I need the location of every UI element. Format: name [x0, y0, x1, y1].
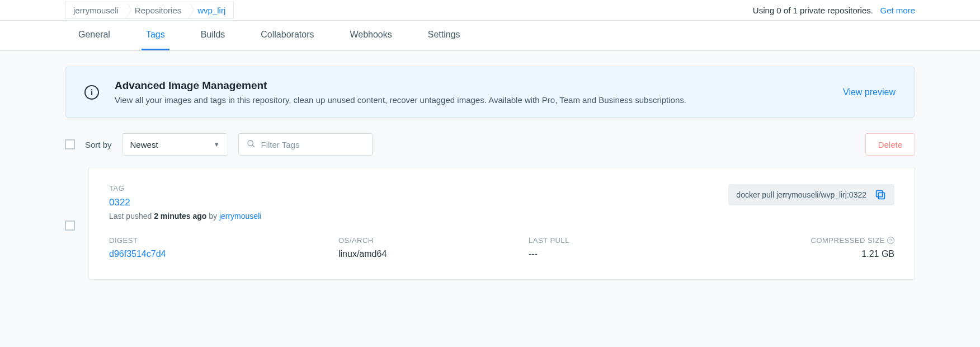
get-more-link[interactable]: Get more	[880, 6, 915, 15]
filter-input[interactable]	[261, 140, 368, 149]
lastpull-header: LAST PULL	[529, 236, 794, 245]
chevron-down-icon: ▼	[214, 141, 220, 148]
pushed-by-label: by	[206, 212, 219, 221]
aim-banner: i Advanced Image Management View all you…	[65, 67, 915, 118]
breadcrumb-user[interactable]: jerrymouseli	[65, 2, 127, 19]
filter-search[interactable]	[238, 133, 373, 156]
tag-label: TAG	[109, 184, 261, 193]
breadcrumb-repositories[interactable]: Repositories	[127, 2, 190, 19]
osarch-value: linux/amd64	[338, 249, 529, 259]
tab-builds[interactable]: Builds	[196, 21, 230, 50]
sort-value: Newest	[130, 140, 158, 149]
banner-desc: View all your images and tags in this re…	[115, 95, 686, 105]
last-pushed-text: Last pushed 2 minutes ago by jerrymousel…	[109, 212, 261, 221]
svg-line-1	[252, 145, 255, 147]
pull-command-box: docker pull jerrymouseli/wvp_lirj:0322	[728, 184, 894, 205]
size-header: COMPRESSED SIZE ?	[794, 236, 894, 245]
copy-icon[interactable]	[874, 189, 887, 201]
tab-webhooks[interactable]: Webhooks	[345, 21, 396, 50]
info-icon: i	[84, 85, 99, 100]
tag-name-link[interactable]: 0322	[109, 197, 261, 208]
quota-text: Using 0 of 1 private repositories. Get m…	[753, 6, 915, 15]
select-all-checkbox[interactable]	[65, 139, 75, 149]
size-value: 1.21 GB	[794, 249, 894, 259]
lastpull-value: ---	[529, 249, 794, 259]
row-checkbox[interactable]	[65, 221, 75, 231]
breadcrumb-repo[interactable]: wvp_lirj	[190, 2, 234, 19]
view-preview-link[interactable]: View preview	[843, 87, 896, 97]
svg-point-0	[248, 140, 253, 146]
tab-general[interactable]: General	[74, 21, 115, 50]
delete-button[interactable]: Delete	[865, 133, 915, 156]
tag-card: TAG 0322 Last pushed 2 minutes ago by je…	[88, 167, 915, 280]
tab-settings[interactable]: Settings	[423, 21, 465, 50]
svg-rect-2	[878, 193, 884, 199]
pushed-prefix: Last pushed	[109, 212, 154, 221]
size-header-text: COMPRESSED SIZE	[811, 236, 885, 245]
quota-usage: Using 0 of 1 private repositories.	[753, 6, 873, 15]
tab-tags[interactable]: Tags	[142, 21, 169, 50]
breadcrumb: jerrymouseli Repositories wvp_lirj	[65, 2, 234, 19]
search-icon	[247, 139, 256, 150]
pushed-time: 2 minutes ago	[154, 212, 206, 221]
osarch-header: OS/ARCH	[338, 236, 529, 245]
svg-rect-3	[877, 191, 883, 197]
sortby-label: Sort by	[85, 140, 112, 149]
banner-title: Advanced Image Management	[115, 79, 686, 92]
sort-select[interactable]: Newest ▼	[122, 133, 228, 156]
pull-command-text: docker pull jerrymouseli/wvp_lirj:0322	[736, 190, 866, 199]
pushed-by-user-link[interactable]: jerrymouseli	[219, 212, 261, 221]
tab-collaborators[interactable]: Collaborators	[256, 21, 318, 50]
help-icon[interactable]: ?	[887, 237, 894, 244]
digest-header: DIGEST	[109, 236, 338, 245]
digest-link[interactable]: d96f3514c7d4	[109, 249, 338, 259]
